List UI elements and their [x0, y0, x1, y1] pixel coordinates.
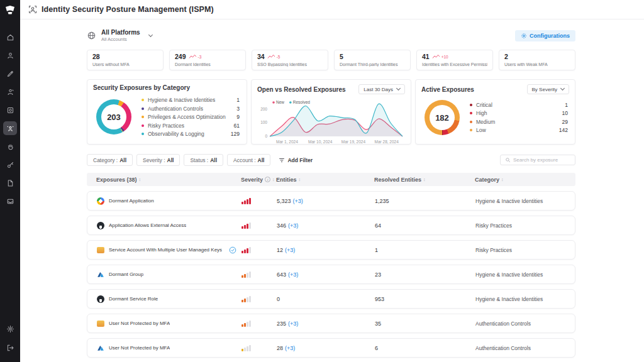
stat-value: 249 — [175, 53, 186, 60]
platform-selector[interactable]: All Platforms All Accounts — [87, 29, 152, 42]
exposure-name: Dormant Application — [109, 198, 154, 204]
column-header-resolved-entities[interactable]: Resolved Entities↕ — [374, 177, 475, 183]
sort-icon[interactable]: ↕ — [272, 177, 275, 182]
exposure-category: Authentication Controls — [475, 321, 575, 327]
configurations-button[interactable]: Configurations — [515, 30, 575, 41]
legend-label: High — [476, 110, 487, 116]
table-row[interactable]: Dormant Group643(+3)23Hygiene & Inactive… — [87, 265, 575, 284]
sidebar-nav — [3, 30, 17, 208]
trend-sparkline-icon: +10 — [432, 54, 448, 59]
legend-value: 1 — [236, 97, 240, 103]
column-header-entities[interactable]: Entities↕ — [276, 177, 374, 183]
legend-value: 129 — [231, 131, 240, 137]
resolved-entities-count: 6 — [375, 345, 475, 351]
sidebar-item-secrets-key[interactable] — [3, 158, 17, 172]
table-row[interactable]: Application Allows External Access346(+3… — [87, 216, 575, 235]
stat-value: 34 — [257, 53, 265, 60]
verified-check-icon[interactable] — [229, 246, 236, 254]
legend-item: Medium29 — [470, 119, 568, 125]
platform-azure-icon — [97, 271, 104, 278]
table-row[interactable]: User Not Protected by MFA235(+3)35Authen… — [87, 314, 575, 333]
sort-icon[interactable]: ↕ — [299, 177, 301, 182]
platform-gcp-icon — [97, 197, 104, 205]
cyberark-logo-icon[interactable] — [4, 5, 16, 15]
sidebar-item-privilege-hand[interactable] — [3, 140, 17, 153]
column-header-severity[interactable]: Severityi↕ — [241, 177, 276, 183]
entities-delta[interactable]: (+3) — [293, 198, 303, 204]
entities-delta[interactable]: (+3) — [288, 222, 298, 229]
svg-text:0: 0 — [265, 134, 267, 138]
account-scope: All Accounts — [101, 36, 140, 42]
open-vs-resolved-chart[interactable]: 0100200NewResolvedMar 1, 2024Mar 10, 202… — [257, 97, 405, 145]
exposure-category: Authentication Controls — [475, 345, 575, 351]
filter-row: Category :AllSeverity :AllStatus :AllAcc… — [87, 154, 575, 166]
sort-icon[interactable]: ↕ — [139, 177, 142, 182]
sidebar-item-identity-user[interactable] — [3, 48, 17, 62]
sidebar-item-reports-document[interactable] — [3, 176, 17, 190]
sidebar-item-logout[interactable] — [3, 341, 17, 354]
exposure-category: Risky Practices — [475, 247, 575, 253]
platform-aws-icon — [97, 247, 104, 253]
sidebar-item-inbox-console[interactable] — [3, 194, 17, 208]
table-row[interactable]: Service Account With Multiple User Manag… — [87, 240, 575, 260]
platform-aws-icon — [97, 321, 104, 327]
stat-card-1[interactable]: 249-3Dormant Identities — [169, 50, 246, 70]
active-exposures-donut-chart[interactable]: 182 — [425, 100, 460, 135]
sidebar — [0, 0, 20, 362]
severity-indicator-high — [242, 222, 277, 229]
stat-card-2[interactable]: 34-5SSO Bypassing Identities — [252, 50, 328, 70]
legend-dot-icon — [142, 133, 144, 135]
stat-label: Users with Weak MFA — [504, 62, 570, 67]
legend-label: Medium — [476, 119, 495, 125]
stat-value: 2 — [504, 53, 508, 60]
stat-card-5[interactable]: 2Users with Weak MFA — [499, 50, 575, 70]
exposure-name: Service Account With Multiple User Manag… — [109, 247, 222, 253]
legend-label: Authentication Controls — [148, 106, 203, 112]
legend-value: 10 — [562, 110, 568, 116]
table-row[interactable]: Dormant Service Role0953Hygiene & Inacti… — [87, 289, 575, 309]
sort-icon[interactable]: ↕ — [501, 177, 504, 182]
exposure-name: Dormant Service Role — [109, 296, 158, 302]
sidebar-item-settings-gear[interactable] — [3, 322, 17, 336]
date-range-select[interactable]: Last 30 Days — [358, 84, 405, 94]
table-row[interactable]: User Not Protected by MFA28(+3)6Authenti… — [87, 338, 575, 358]
panel-title: Open vs Resolved Exposures — [257, 86, 346, 93]
column-header-category[interactable]: Category↕ — [475, 177, 575, 183]
legend-dot-icon — [142, 116, 144, 118]
info-icon[interactable]: i — [265, 177, 270, 182]
severity-groupby-select[interactable]: By Severity — [527, 84, 569, 94]
sidebar-item-vault[interactable] — [3, 103, 17, 117]
exposure-name: Application Allows External Access — [109, 222, 186, 228]
sidebar-item-ispm[interactable] — [3, 121, 17, 135]
legend-label: Observability & Logging — [148, 131, 204, 137]
category-donut-chart[interactable]: 203 — [96, 99, 131, 134]
filter-chip-category[interactable]: Category :All — [87, 154, 133, 166]
entities-count: 643(+3) — [277, 272, 375, 278]
entities-delta[interactable]: (+3) — [288, 272, 298, 278]
filter-chip-status[interactable]: Status :All — [184, 154, 223, 166]
entities-delta[interactable]: (+3) — [285, 247, 295, 253]
legend-dot-icon — [470, 112, 472, 114]
legend-value: 61 — [234, 123, 240, 129]
add-filter-button[interactable]: Add Filter — [279, 157, 313, 163]
exposure-name: User Not Protected by MFA — [109, 321, 170, 326]
trend-sparkline-icon: -5 — [267, 54, 280, 59]
platform-github-icon — [97, 295, 104, 303]
sidebar-item-access-badge[interactable] — [3, 67, 17, 80]
app-header: Identity Security Posture Management (IS… — [20, 0, 644, 19]
entities-delta[interactable]: (+3) — [288, 321, 298, 327]
sidebar-item-home[interactable] — [3, 30, 17, 44]
column-header-exposures-[interactable]: Exposures (38)↕ — [96, 177, 241, 183]
search-input[interactable] — [513, 157, 570, 163]
table-row[interactable]: Dormant Application5,323(+3)1,235Hygiene… — [87, 191, 575, 211]
filter-chip-severity[interactable]: Severity :All — [136, 154, 180, 166]
sidebar-item-admin-user[interactable] — [3, 85, 17, 99]
entities-delta[interactable]: (+3) — [285, 345, 295, 351]
stat-card-4[interactable]: 41+10Identities with Excessive Permissio… — [416, 50, 493, 70]
legend-dot-icon — [142, 124, 144, 127]
sort-icon[interactable]: ↕ — [423, 177, 426, 182]
legend-item: Hygiene & Inactive Identities1 — [142, 97, 240, 103]
stat-card-0[interactable]: 28Users without MFA — [87, 50, 164, 70]
stat-card-3[interactable]: 5Dormant Third-party Identities — [334, 50, 411, 70]
filter-chip-account[interactable]: Account :All — [227, 154, 270, 166]
